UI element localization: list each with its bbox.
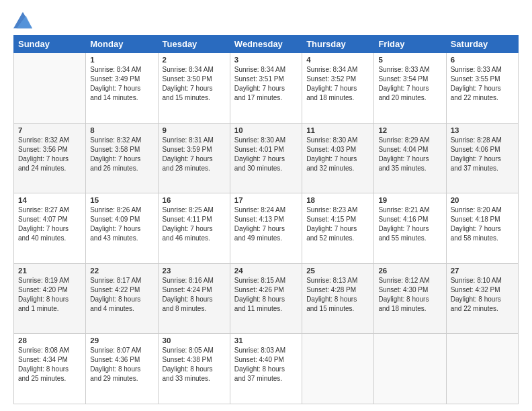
calendar-cell: 2Sunrise: 8:34 AM Sunset: 3:50 PM Daylig… bbox=[158, 53, 230, 124]
calendar-table: SundayMondayTuesdayWednesdayThursdayFrid… bbox=[13, 35, 519, 404]
day-info: Sunrise: 8:26 AM Sunset: 4:09 PM Dayligh… bbox=[90, 205, 153, 243]
calendar-cell: 10Sunrise: 8:30 AM Sunset: 4:01 PM Dayli… bbox=[230, 123, 302, 193]
calendar-header-thursday: Thursday bbox=[302, 36, 374, 53]
day-number: 18 bbox=[306, 196, 369, 204]
day-number: 4 bbox=[306, 56, 369, 64]
day-info: Sunrise: 8:33 AM Sunset: 3:54 PM Dayligh… bbox=[378, 65, 441, 103]
calendar-cell bbox=[14, 53, 86, 124]
calendar-cell: 1Sunrise: 8:34 AM Sunset: 3:49 PM Daylig… bbox=[86, 53, 158, 124]
logo-icon bbox=[13, 11, 32, 30]
day-info: Sunrise: 8:15 AM Sunset: 4:26 PM Dayligh… bbox=[234, 276, 298, 314]
day-number: 16 bbox=[163, 196, 226, 204]
calendar-cell bbox=[302, 334, 374, 404]
day-number: 2 bbox=[163, 56, 226, 64]
day-number: 29 bbox=[90, 336, 153, 345]
day-number: 24 bbox=[234, 267, 298, 275]
day-info: Sunrise: 8:12 AM Sunset: 4:30 PM Dayligh… bbox=[378, 276, 441, 314]
calendar-header-monday: Monday bbox=[86, 36, 158, 53]
day-number: 15 bbox=[90, 196, 153, 204]
day-info: Sunrise: 8:25 AM Sunset: 4:11 PM Dayligh… bbox=[163, 205, 226, 243]
calendar-cell: 27Sunrise: 8:10 AM Sunset: 4:32 PM Dayli… bbox=[446, 263, 518, 334]
calendar-cell: 12Sunrise: 8:29 AM Sunset: 4:04 PM Dayli… bbox=[374, 123, 446, 193]
day-info: Sunrise: 8:32 AM Sunset: 3:56 PM Dayligh… bbox=[18, 136, 81, 173]
day-info: Sunrise: 8:19 AM Sunset: 4:20 PM Dayligh… bbox=[18, 276, 81, 314]
calendar-cell: 26Sunrise: 8:12 AM Sunset: 4:30 PM Dayli… bbox=[374, 263, 446, 334]
day-info: Sunrise: 8:32 AM Sunset: 3:58 PM Dayligh… bbox=[90, 136, 153, 173]
calendar-cell: 5Sunrise: 8:33 AM Sunset: 3:54 PM Daylig… bbox=[374, 53, 446, 124]
day-number: 19 bbox=[378, 196, 441, 204]
calendar-header-sunday: Sunday bbox=[14, 36, 86, 53]
calendar-cell: 14Sunrise: 8:27 AM Sunset: 4:07 PM Dayli… bbox=[14, 193, 86, 264]
day-info: Sunrise: 8:30 AM Sunset: 4:03 PM Dayligh… bbox=[306, 136, 369, 173]
day-number: 7 bbox=[18, 126, 81, 134]
calendar-cell: 15Sunrise: 8:26 AM Sunset: 4:09 PM Dayli… bbox=[86, 193, 158, 264]
calendar-cell: 19Sunrise: 8:21 AM Sunset: 4:16 PM Dayli… bbox=[374, 193, 446, 264]
day-info: Sunrise: 8:20 AM Sunset: 4:18 PM Dayligh… bbox=[451, 205, 514, 243]
day-number: 30 bbox=[163, 336, 226, 345]
calendar-cell: 25Sunrise: 8:13 AM Sunset: 4:28 PM Dayli… bbox=[302, 263, 374, 334]
day-info: Sunrise: 8:28 AM Sunset: 4:06 PM Dayligh… bbox=[451, 136, 514, 173]
calendar-cell: 23Sunrise: 8:16 AM Sunset: 4:24 PM Dayli… bbox=[158, 263, 230, 334]
day-info: Sunrise: 8:05 AM Sunset: 4:38 PM Dayligh… bbox=[163, 346, 226, 383]
day-info: Sunrise: 8:34 AM Sunset: 3:50 PM Dayligh… bbox=[163, 65, 226, 103]
day-number: 14 bbox=[18, 196, 81, 204]
day-number: 11 bbox=[306, 126, 369, 134]
calendar-cell: 21Sunrise: 8:19 AM Sunset: 4:20 PM Dayli… bbox=[14, 263, 86, 334]
calendar-header-tuesday: Tuesday bbox=[158, 36, 230, 53]
calendar-cell: 29Sunrise: 8:07 AM Sunset: 4:36 PM Dayli… bbox=[86, 334, 158, 404]
day-info: Sunrise: 8:08 AM Sunset: 4:34 PM Dayligh… bbox=[18, 346, 81, 383]
calendar-cell: 30Sunrise: 8:05 AM Sunset: 4:38 PM Dayli… bbox=[158, 334, 230, 404]
day-info: Sunrise: 8:27 AM Sunset: 4:07 PM Dayligh… bbox=[18, 205, 81, 243]
day-number: 8 bbox=[90, 126, 153, 134]
page: SundayMondayTuesdayWednesdayThursdayFrid… bbox=[0, 0, 532, 411]
day-number: 13 bbox=[451, 126, 514, 134]
day-number: 6 bbox=[451, 56, 514, 64]
calendar-cell: 9Sunrise: 8:31 AM Sunset: 3:59 PM Daylig… bbox=[158, 123, 230, 193]
day-number: 3 bbox=[234, 56, 298, 64]
day-number: 20 bbox=[451, 196, 514, 204]
calendar-cell: 7Sunrise: 8:32 AM Sunset: 3:56 PM Daylig… bbox=[14, 123, 86, 193]
calendar-cell: 11Sunrise: 8:30 AM Sunset: 4:03 PM Dayli… bbox=[302, 123, 374, 193]
day-number: 12 bbox=[378, 126, 441, 134]
calendar-cell: 22Sunrise: 8:17 AM Sunset: 4:22 PM Dayli… bbox=[86, 263, 158, 334]
calendar-cell: 20Sunrise: 8:20 AM Sunset: 4:18 PM Dayli… bbox=[446, 193, 518, 264]
day-info: Sunrise: 8:16 AM Sunset: 4:24 PM Dayligh… bbox=[163, 276, 226, 314]
calendar-cell: 8Sunrise: 8:32 AM Sunset: 3:58 PM Daylig… bbox=[86, 123, 158, 193]
calendar-cell: 13Sunrise: 8:28 AM Sunset: 4:06 PM Dayli… bbox=[446, 123, 518, 193]
logo bbox=[13, 11, 36, 30]
day-info: Sunrise: 8:30 AM Sunset: 4:01 PM Dayligh… bbox=[234, 136, 298, 173]
calendar-cell: 6Sunrise: 8:33 AM Sunset: 3:55 PM Daylig… bbox=[446, 53, 518, 124]
calendar-cell: 24Sunrise: 8:15 AM Sunset: 4:26 PM Dayli… bbox=[230, 263, 302, 334]
day-number: 27 bbox=[451, 267, 514, 275]
day-number: 31 bbox=[234, 336, 298, 345]
calendar-header-row: SundayMondayTuesdayWednesdayThursdayFrid… bbox=[14, 36, 519, 53]
day-number: 17 bbox=[234, 196, 298, 204]
day-info: Sunrise: 8:34 AM Sunset: 3:51 PM Dayligh… bbox=[234, 65, 298, 103]
calendar-cell: 18Sunrise: 8:23 AM Sunset: 4:15 PM Dayli… bbox=[302, 193, 374, 264]
day-info: Sunrise: 8:03 AM Sunset: 4:40 PM Dayligh… bbox=[234, 346, 298, 383]
day-info: Sunrise: 8:31 AM Sunset: 3:59 PM Dayligh… bbox=[163, 136, 226, 173]
calendar-header-friday: Friday bbox=[374, 36, 446, 53]
day-info: Sunrise: 8:17 AM Sunset: 4:22 PM Dayligh… bbox=[90, 276, 153, 314]
day-number: 5 bbox=[378, 56, 441, 64]
calendar-cell: 3Sunrise: 8:34 AM Sunset: 3:51 PM Daylig… bbox=[230, 53, 302, 124]
day-info: Sunrise: 8:23 AM Sunset: 4:15 PM Dayligh… bbox=[306, 205, 369, 243]
day-number: 28 bbox=[18, 336, 81, 345]
day-info: Sunrise: 8:34 AM Sunset: 3:52 PM Dayligh… bbox=[306, 65, 369, 103]
day-info: Sunrise: 8:29 AM Sunset: 4:04 PM Dayligh… bbox=[378, 136, 441, 173]
day-info: Sunrise: 8:34 AM Sunset: 3:49 PM Dayligh… bbox=[90, 65, 153, 103]
calendar-cell: 31Sunrise: 8:03 AM Sunset: 4:40 PM Dayli… bbox=[230, 334, 302, 404]
calendar-cell bbox=[446, 334, 518, 404]
header bbox=[13, 11, 519, 30]
calendar-week-row: 28Sunrise: 8:08 AM Sunset: 4:34 PM Dayli… bbox=[14, 334, 519, 404]
day-info: Sunrise: 8:21 AM Sunset: 4:16 PM Dayligh… bbox=[378, 205, 441, 243]
day-number: 25 bbox=[306, 267, 369, 275]
day-info: Sunrise: 8:33 AM Sunset: 3:55 PM Dayligh… bbox=[451, 65, 514, 103]
calendar-header-wednesday: Wednesday bbox=[230, 36, 302, 53]
calendar-week-row: 1Sunrise: 8:34 AM Sunset: 3:49 PM Daylig… bbox=[14, 53, 519, 124]
day-number: 26 bbox=[378, 267, 441, 275]
day-info: Sunrise: 8:10 AM Sunset: 4:32 PM Dayligh… bbox=[451, 276, 514, 314]
day-number: 1 bbox=[90, 56, 153, 64]
calendar-cell: 16Sunrise: 8:25 AM Sunset: 4:11 PM Dayli… bbox=[158, 193, 230, 264]
calendar-cell: 17Sunrise: 8:24 AM Sunset: 4:13 PM Dayli… bbox=[230, 193, 302, 264]
